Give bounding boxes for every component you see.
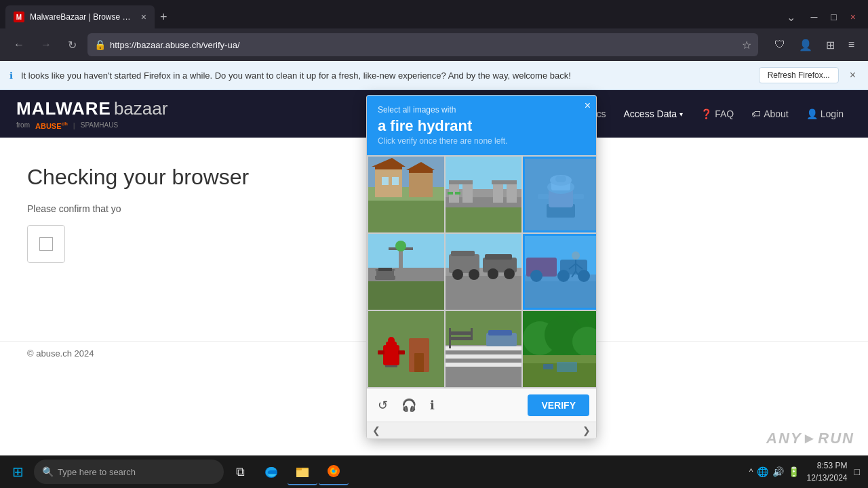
network-icon[interactable]: 🌐 — [757, 466, 768, 477]
address-bar[interactable]: 🔒 https://bazaar.abuse.ch/verify-ua/ ☆ — [87, 33, 758, 56]
captcha-cell-2[interactable] — [446, 157, 521, 232]
nav-faq[interactable]: ❓ FAQ — [692, 104, 742, 123]
start-button[interactable]: ⊞ — [3, 458, 33, 485]
svg-rect-31 — [555, 176, 566, 182]
svg-text:M: M — [16, 14, 22, 21]
taskbar-search-placeholder: Type here to search — [58, 467, 136, 477]
captcha-cell-3[interactable] — [523, 157, 597, 232]
captcha-refresh-button[interactable]: ↺ — [374, 395, 392, 415]
svg-rect-21 — [507, 182, 517, 203]
captcha-footer: ↺ 🎧 ℹ VERIFY — [367, 388, 596, 422]
svg-rect-26 — [547, 204, 575, 218]
svg-rect-7 — [375, 167, 402, 169]
svg-rect-81 — [446, 346, 521, 350]
svg-line-65 — [569, 264, 576, 269]
svg-rect-18 — [462, 182, 473, 203]
captcha-checkbox[interactable] — [27, 225, 65, 263]
taskbar-search-box[interactable]: 🔍 Type here to search — [34, 460, 224, 484]
tab-overflow-button[interactable]: ⌄ — [781, 8, 801, 26]
new-tab-button[interactable]: + — [155, 7, 173, 27]
captcha-audio-button[interactable]: 🎧 — [397, 395, 420, 415]
captcha-cell-1[interactable] — [368, 157, 444, 232]
task-view-icon: ⧉ — [236, 465, 245, 479]
shield-button[interactable]: 🛡 — [769, 36, 791, 54]
captcha-info-button[interactable]: ℹ — [426, 395, 439, 415]
captcha-cell-5[interactable] — [446, 234, 521, 310]
refresh-firefox-button[interactable]: Refresh Firefox... — [759, 67, 839, 83]
spamhaus-logo: SPAMHAUS — [81, 121, 118, 129]
info-icon: ℹ — [9, 70, 13, 81]
extensions-button[interactable]: ⊞ — [821, 36, 840, 54]
svg-rect-6 — [409, 170, 433, 197]
nav-about[interactable]: 🏷 About — [743, 104, 797, 123]
captcha-verify-button[interactable]: VERIFY — [528, 394, 589, 416]
sys-tray-chevron[interactable]: ^ — [749, 467, 753, 476]
svg-rect-22 — [492, 180, 517, 184]
tab-title: MalwareBazaar | Browse Chec... — [30, 12, 136, 22]
info-bar-text: It looks like you haven't started Firefo… — [21, 70, 751, 81]
svg-rect-43 — [394, 270, 397, 276]
svg-point-28 — [547, 180, 574, 194]
battery-icon[interactable]: 🔋 — [788, 466, 800, 477]
minimize-button[interactable]: ─ — [804, 9, 824, 25]
captcha-cell-6[interactable] — [523, 234, 597, 310]
bookmark-icon[interactable]: ☆ — [742, 39, 751, 52]
maximize-button[interactable]: □ — [824, 9, 843, 25]
svg-point-51 — [452, 269, 463, 280]
svg-rect-58 — [526, 258, 557, 277]
login-label: Login — [821, 108, 844, 119]
tab-favicon: M — [14, 12, 24, 22]
taskbar: ⊞ 🔍 Type here to search ⧉ ^ 🌐 — [0, 455, 868, 488]
nav-login[interactable]: 👤 Login — [798, 104, 852, 123]
system-clock[interactable]: 8:53 PM 12/13/2024 — [804, 460, 850, 484]
clock-time: 8:53 PM — [806, 460, 847, 472]
svg-rect-86 — [449, 331, 473, 335]
svg-point-30 — [550, 175, 572, 186]
info-bar-close-button[interactable]: × — [847, 66, 859, 84]
forward-button[interactable]: → — [35, 36, 57, 54]
back-button[interactable]: ← — [8, 36, 30, 54]
svg-point-63 — [572, 251, 580, 260]
svg-point-53 — [488, 268, 498, 279]
address-text: https://bazaar.abuse.ch/verify-ua/ — [110, 40, 738, 50]
from-label: from — [16, 121, 30, 129]
nav-access-data[interactable]: Access Data ▾ — [616, 104, 692, 123]
svg-rect-27 — [549, 187, 573, 207]
menu-button[interactable]: ≡ — [843, 36, 860, 54]
taskbar-task-view[interactable]: ⧉ — [225, 458, 255, 485]
taskbar-file-explorer-icon[interactable] — [288, 458, 317, 485]
logo-bazaar-text: bazaar — [114, 98, 168, 119]
refresh-button[interactable]: ↻ — [62, 36, 82, 54]
close-button[interactable]: × — [844, 9, 863, 25]
active-tab[interactable]: M MalwareBazaar | Browse Chec... × — [5, 5, 155, 28]
svg-rect-12 — [392, 177, 399, 185]
svg-rect-99 — [557, 362, 577, 372]
captcha-cell-8[interactable] — [446, 311, 521, 387]
svg-rect-59 — [560, 260, 587, 274]
access-data-label: Access Data — [624, 108, 677, 119]
svg-rect-75 — [398, 350, 405, 354]
captcha-cell-4[interactable] — [368, 234, 444, 310]
captcha-close-button[interactable]: × — [585, 100, 591, 112]
captcha-scroll-bar: ❮ ❯ — [367, 422, 596, 439]
profile-button[interactable]: 👤 — [793, 36, 818, 54]
taskbar-edge-icon[interactable] — [256, 458, 286, 485]
captcha-cell-9[interactable] — [523, 311, 597, 387]
tab-close-btn[interactable]: × — [141, 12, 146, 22]
svg-rect-25 — [523, 157, 597, 232]
abuse-logo: ABUSEch — [35, 121, 68, 130]
svg-point-62 — [578, 270, 590, 282]
svg-rect-29 — [551, 180, 570, 190]
clock-date: 12/13/2024 — [806, 472, 847, 484]
svg-rect-69 — [368, 311, 444, 387]
svg-rect-24 — [455, 192, 460, 195]
notification-icon[interactable]: □ — [854, 466, 860, 477]
captcha-scroll-left[interactable]: ❮ — [372, 425, 380, 436]
svg-rect-11 — [382, 177, 389, 185]
svg-rect-41 — [378, 268, 392, 271]
volume-icon[interactable]: 🔊 — [772, 466, 784, 477]
taskbar-firefox-icon[interactable] — [319, 458, 349, 485]
captcha-cell-7[interactable] — [368, 311, 444, 387]
svg-rect-56 — [523, 278, 597, 310]
captcha-scroll-right[interactable]: ❯ — [583, 425, 591, 436]
